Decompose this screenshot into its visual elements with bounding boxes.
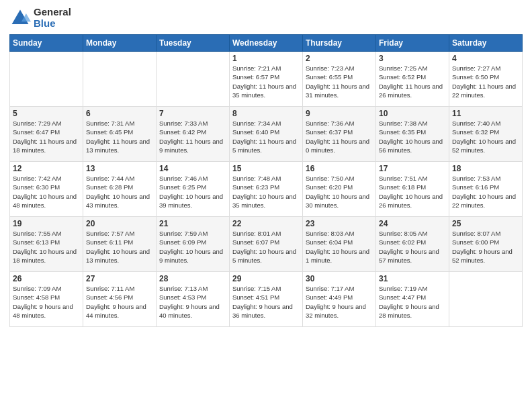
- day-cell: 10Sunrise: 7:38 AM Sunset: 6:35 PM Dayli…: [376, 107, 449, 162]
- day-number: 7: [159, 109, 226, 118]
- week-row-0: 1Sunrise: 7:21 AM Sunset: 6:57 PM Daylig…: [10, 52, 523, 107]
- day-cell: [83, 52, 157, 107]
- day-cell: 24Sunrise: 8:05 AM Sunset: 6:02 PM Dayli…: [376, 217, 449, 272]
- day-cell: 27Sunrise: 7:11 AM Sunset: 4:56 PM Dayli…: [83, 272, 157, 327]
- day-number: 5: [13, 109, 80, 118]
- day-cell: 17Sunrise: 7:51 AM Sunset: 6:18 PM Dayli…: [376, 162, 449, 217]
- day-info: Sunrise: 7:25 AM Sunset: 6:52 PM Dayligh…: [379, 64, 446, 99]
- week-row-1: 5Sunrise: 7:29 AM Sunset: 6:47 PM Daylig…: [10, 107, 523, 162]
- page: General Blue SundayMondayTuesdayWednesda…: [0, 0, 532, 411]
- day-number: 17: [379, 164, 446, 173]
- calendar: SundayMondayTuesdayWednesdayThursdayFrid…: [9, 34, 523, 327]
- day-info: Sunrise: 7:23 AM Sunset: 6:55 PM Dayligh…: [306, 64, 373, 99]
- weekday-tuesday: Tuesday: [157, 35, 230, 52]
- day-cell: 9Sunrise: 7:36 AM Sunset: 6:37 PM Daylig…: [303, 107, 376, 162]
- day-number: 30: [306, 274, 373, 283]
- day-info: Sunrise: 8:05 AM Sunset: 6:02 PM Dayligh…: [379, 229, 446, 265]
- week-row-2: 12Sunrise: 7:42 AM Sunset: 6:30 PM Dayli…: [10, 162, 523, 217]
- header: General Blue: [9, 7, 523, 29]
- day-info: Sunrise: 7:31 AM Sunset: 6:45 PM Dayligh…: [86, 119, 153, 154]
- day-cell: 15Sunrise: 7:48 AM Sunset: 6:23 PM Dayli…: [230, 162, 303, 217]
- day-number: 6: [86, 109, 153, 118]
- day-cell: 13Sunrise: 7:44 AM Sunset: 6:28 PM Dayli…: [83, 162, 157, 217]
- day-info: Sunrise: 7:29 AM Sunset: 6:47 PM Dayligh…: [13, 119, 80, 154]
- day-cell: 19Sunrise: 7:55 AM Sunset: 6:13 PM Dayli…: [10, 217, 83, 272]
- day-cell: 2Sunrise: 7:23 AM Sunset: 6:55 PM Daylig…: [303, 52, 376, 107]
- weekday-thursday: Thursday: [303, 35, 376, 52]
- day-cell: [449, 272, 523, 327]
- weekday-header-row: SundayMondayTuesdayWednesdayThursdayFrid…: [10, 35, 523, 52]
- day-number: 27: [86, 274, 153, 283]
- weekday-monday: Monday: [83, 35, 157, 52]
- day-info: Sunrise: 7:15 AM Sunset: 4:51 PM Dayligh…: [232, 284, 300, 320]
- day-info: Sunrise: 8:03 AM Sunset: 6:04 PM Dayligh…: [306, 229, 373, 265]
- day-info: Sunrise: 7:40 AM Sunset: 6:32 PM Dayligh…: [452, 119, 519, 154]
- day-number: 16: [306, 164, 373, 173]
- day-info: Sunrise: 7:38 AM Sunset: 6:35 PM Dayligh…: [379, 119, 446, 154]
- day-info: Sunrise: 7:33 AM Sunset: 6:42 PM Dayligh…: [159, 119, 226, 154]
- day-number: 18: [452, 164, 519, 173]
- day-number: 29: [232, 274, 300, 283]
- day-number: 10: [379, 109, 446, 118]
- day-cell: 18Sunrise: 7:53 AM Sunset: 6:16 PM Dayli…: [449, 162, 523, 217]
- day-cell: 16Sunrise: 7:50 AM Sunset: 6:20 PM Dayli…: [303, 162, 376, 217]
- weekday-sunday: Sunday: [10, 35, 83, 52]
- day-info: Sunrise: 7:50 AM Sunset: 6:20 PM Dayligh…: [306, 174, 373, 210]
- day-info: Sunrise: 7:11 AM Sunset: 4:56 PM Dayligh…: [86, 284, 153, 320]
- day-number: 20: [86, 219, 153, 228]
- day-cell: 11Sunrise: 7:40 AM Sunset: 6:32 PM Dayli…: [449, 107, 523, 162]
- day-cell: 21Sunrise: 7:59 AM Sunset: 6:09 PM Dayli…: [157, 217, 230, 272]
- day-cell: 5Sunrise: 7:29 AM Sunset: 6:47 PM Daylig…: [10, 107, 83, 162]
- day-info: Sunrise: 7:21 AM Sunset: 6:57 PM Dayligh…: [232, 64, 300, 99]
- weekday-saturday: Saturday: [449, 35, 523, 52]
- day-number: 26: [13, 274, 80, 283]
- day-cell: 14Sunrise: 7:46 AM Sunset: 6:25 PM Dayli…: [157, 162, 230, 217]
- day-number: 12: [13, 164, 80, 173]
- day-cell: 6Sunrise: 7:31 AM Sunset: 6:45 PM Daylig…: [83, 107, 157, 162]
- day-info: Sunrise: 7:19 AM Sunset: 4:47 PM Dayligh…: [379, 284, 446, 320]
- day-info: Sunrise: 7:17 AM Sunset: 4:49 PM Dayligh…: [306, 284, 373, 320]
- day-number: 19: [13, 219, 80, 228]
- day-info: Sunrise: 7:36 AM Sunset: 6:37 PM Dayligh…: [306, 119, 373, 154]
- day-number: 22: [232, 219, 300, 228]
- day-number: 24: [379, 219, 446, 228]
- day-number: 9: [306, 109, 373, 118]
- day-info: Sunrise: 7:57 AM Sunset: 6:11 PM Dayligh…: [86, 229, 153, 265]
- day-cell: 31Sunrise: 7:19 AM Sunset: 4:47 PM Dayli…: [376, 272, 449, 327]
- day-cell: [10, 52, 83, 107]
- day-info: Sunrise: 7:48 AM Sunset: 6:23 PM Dayligh…: [232, 174, 300, 210]
- day-cell: 20Sunrise: 7:57 AM Sunset: 6:11 PM Dayli…: [83, 217, 157, 272]
- day-number: 31: [379, 274, 446, 283]
- week-row-3: 19Sunrise: 7:55 AM Sunset: 6:13 PM Dayli…: [10, 217, 523, 272]
- day-info: Sunrise: 7:59 AM Sunset: 6:09 PM Dayligh…: [159, 229, 226, 265]
- day-cell: 28Sunrise: 7:13 AM Sunset: 4:53 PM Dayli…: [157, 272, 230, 327]
- day-number: 14: [159, 164, 226, 173]
- weekday-friday: Friday: [376, 35, 449, 52]
- day-cell: 29Sunrise: 7:15 AM Sunset: 4:51 PM Dayli…: [230, 272, 303, 327]
- logo-icon: [9, 7, 31, 29]
- day-number: 28: [159, 274, 226, 283]
- day-info: Sunrise: 7:34 AM Sunset: 6:40 PM Dayligh…: [232, 119, 300, 154]
- day-info: Sunrise: 7:55 AM Sunset: 6:13 PM Dayligh…: [13, 229, 80, 265]
- day-number: 2: [306, 54, 373, 63]
- day-number: 4: [452, 54, 519, 63]
- day-number: 13: [86, 164, 153, 173]
- day-cell: 8Sunrise: 7:34 AM Sunset: 6:40 PM Daylig…: [230, 107, 303, 162]
- day-number: 3: [379, 54, 446, 63]
- day-cell: 30Sunrise: 7:17 AM Sunset: 4:49 PM Dayli…: [303, 272, 376, 327]
- logo-text: General Blue: [34, 7, 71, 29]
- day-info: Sunrise: 7:09 AM Sunset: 4:58 PM Dayligh…: [13, 284, 80, 320]
- day-number: 21: [159, 219, 226, 228]
- day-info: Sunrise: 7:51 AM Sunset: 6:18 PM Dayligh…: [379, 174, 446, 210]
- logo: General Blue: [9, 7, 71, 29]
- day-cell: 4Sunrise: 7:27 AM Sunset: 6:50 PM Daylig…: [449, 52, 523, 107]
- day-cell: 12Sunrise: 7:42 AM Sunset: 6:30 PM Dayli…: [10, 162, 83, 217]
- day-number: 15: [232, 164, 300, 173]
- weekday-wednesday: Wednesday: [230, 35, 303, 52]
- day-info: Sunrise: 7:44 AM Sunset: 6:28 PM Dayligh…: [86, 174, 153, 210]
- day-info: Sunrise: 7:13 AM Sunset: 4:53 PM Dayligh…: [159, 284, 226, 320]
- day-cell: 25Sunrise: 8:07 AM Sunset: 6:00 PM Dayli…: [449, 217, 523, 272]
- day-info: Sunrise: 7:53 AM Sunset: 6:16 PM Dayligh…: [452, 174, 519, 210]
- day-cell: 7Sunrise: 7:33 AM Sunset: 6:42 PM Daylig…: [157, 107, 230, 162]
- day-number: 25: [452, 219, 519, 228]
